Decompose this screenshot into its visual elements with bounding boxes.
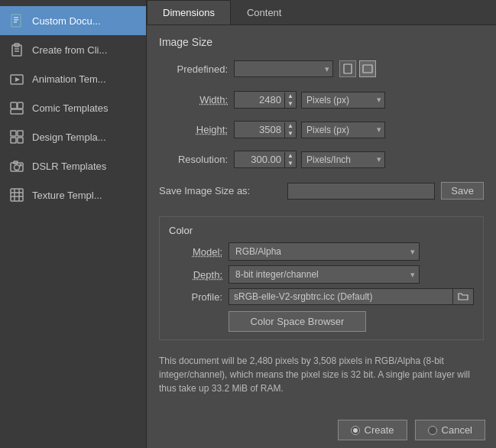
- height-unit-select[interactable]: Pixels (px) Inches Centimeters: [301, 122, 385, 138]
- resolution-input[interactable]: [235, 151, 284, 167]
- depth-select-wrap: 8-bit integer/channel 16-bit integer/cha…: [229, 265, 420, 284]
- tab-content[interactable]: Content: [231, 0, 298, 24]
- resolution-label: Resolution:: [159, 154, 228, 165]
- predefined-row: Predefined: ▾: [159, 60, 484, 77]
- main-panel: Dimensions Content Image Size Predefined…: [147, 0, 496, 448]
- model-select-wrap: RGB/Alpha CMYK Grayscale: [229, 242, 420, 261]
- create-label: Create: [365, 424, 394, 436]
- save-image-size-input[interactable]: [287, 183, 435, 200]
- svg-rect-26: [363, 65, 372, 73]
- height-input[interactable]: [235, 122, 284, 138]
- sidebar-item-custom-doc[interactable]: Custom Docu...: [0, 6, 146, 35]
- create-button[interactable]: Create: [338, 420, 407, 440]
- sidebar-item-animation[interactable]: Animation Tem...: [0, 64, 146, 93]
- svg-rect-9: [11, 102, 17, 109]
- aspect-icons: [339, 60, 376, 77]
- svg-rect-12: [11, 131, 16, 136]
- folder-button[interactable]: [452, 289, 473, 304]
- model-label: Model:: [169, 246, 222, 258]
- width-label: Width:: [159, 94, 228, 106]
- create-radio: [351, 426, 360, 435]
- depth-row: Depth: 8-bit integer/channel 16-bit inte…: [169, 265, 474, 284]
- model-row: Model: RGB/Alpha CMYK Grayscale: [169, 242, 474, 261]
- sidebar-item-dslr-label: DSLR Templates: [32, 161, 106, 172]
- design-icon: [8, 128, 26, 146]
- profile-row: Profile:: [169, 288, 474, 305]
- info-text: This document will be 2,480 pixels by 3,…: [159, 348, 484, 400]
- height-input-wrap: ▲ ▼: [234, 121, 297, 138]
- svg-rect-0: [11, 15, 21, 27]
- save-image-size-row: Save Image Size as: Save: [159, 182, 484, 200]
- landscape-aspect-icon[interactable]: [359, 60, 376, 77]
- svg-rect-25: [344, 64, 352, 73]
- height-label: Height:: [159, 124, 228, 135]
- width-up-btn[interactable]: ▲: [285, 93, 296, 100]
- sidebar-item-dslr[interactable]: DSLR Templates: [0, 151, 146, 180]
- width-row: Width: ▲ ▼ Pixels (px) Inches Centimeter…: [159, 91, 484, 109]
- save-image-size-label: Save Image Size as:: [159, 185, 281, 196]
- bottom-bar: Create Cancel: [147, 415, 496, 448]
- color-space-browser-button[interactable]: Color Space Browser: [229, 311, 366, 332]
- width-down-btn[interactable]: ▼: [285, 100, 296, 108]
- sidebar-item-texture[interactable]: Texture Templ...: [0, 180, 146, 209]
- width-unit-select[interactable]: Pixels (px) Inches Centimeters: [301, 92, 385, 109]
- width-input-wrap: ▲ ▼: [234, 91, 297, 109]
- sidebar-item-create-from-cli[interactable]: Create from Cli...: [0, 35, 146, 64]
- image-size-title: Image Size: [159, 36, 484, 48]
- save-button[interactable]: Save: [441, 182, 484, 200]
- svg-rect-13: [18, 131, 23, 136]
- clipboard-icon: [8, 41, 26, 59]
- dslr-icon: [8, 157, 26, 175]
- width-input[interactable]: [235, 92, 284, 108]
- sidebar-item-custom-doc-label: Custom Docu...: [32, 15, 101, 27]
- resolution-row: Resolution: ▲ ▼ Pixels/Inch Pixels/cm ▾: [159, 151, 484, 168]
- portrait-aspect-icon[interactable]: [339, 60, 356, 77]
- predefined-label: Predefined:: [159, 63, 228, 75]
- height-down-btn[interactable]: ▼: [285, 130, 296, 138]
- height-row: Height: ▲ ▼ Pixels (px) Inches Centimete…: [159, 121, 484, 138]
- resolution-unit-select[interactable]: Pixels/Inch Pixels/cm: [301, 151, 385, 168]
- svg-point-17: [15, 165, 20, 170]
- predefined-select[interactable]: [234, 60, 333, 77]
- tab-dimensions[interactable]: Dimensions: [147, 0, 231, 24]
- comic-icon: [8, 99, 26, 117]
- dimensions-content: Image Size Predefined: ▾: [147, 25, 496, 415]
- document-icon: [8, 11, 26, 30]
- height-up-btn[interactable]: ▲: [285, 122, 296, 130]
- profile-input-wrap: [229, 288, 474, 305]
- sidebar-item-animation-label: Animation Tem...: [32, 73, 106, 85]
- cancel-button[interactable]: Cancel: [415, 420, 485, 440]
- color-title: Color: [169, 225, 474, 236]
- resolution-spinner: ▲ ▼: [284, 152, 296, 167]
- texture-icon: [8, 186, 26, 204]
- sidebar-item-texture-label: Texture Templ...: [32, 190, 102, 201]
- animation-icon: [8, 70, 26, 88]
- svg-rect-14: [11, 138, 16, 143]
- color-section: Color Model: RGB/Alpha CMYK Grayscale De…: [159, 216, 484, 340]
- height-spinner: ▲ ▼: [284, 122, 296, 138]
- svg-rect-15: [18, 138, 23, 143]
- sidebar-item-design-label: Design Templa...: [32, 131, 106, 143]
- svg-point-19: [20, 164, 21, 166]
- resolution-input-wrap: ▲ ▼: [234, 151, 297, 168]
- cancel-label: Cancel: [442, 424, 472, 436]
- sidebar: Custom Docu... Create from Cli... Animat…: [0, 0, 147, 448]
- svg-rect-11: [11, 109, 23, 114]
- profile-input[interactable]: [229, 289, 452, 304]
- tab-bar: Dimensions Content: [147, 0, 496, 25]
- depth-label: Depth:: [169, 269, 222, 281]
- cancel-radio: [428, 426, 437, 435]
- svg-rect-20: [11, 189, 23, 201]
- resolution-down-btn[interactable]: ▼: [285, 160, 296, 167]
- width-spinner: ▲ ▼: [284, 93, 296, 108]
- svg-rect-10: [18, 102, 23, 109]
- sidebar-item-design[interactable]: Design Templa...: [0, 122, 146, 151]
- model-select[interactable]: RGB/Alpha CMYK Grayscale: [229, 242, 420, 261]
- sidebar-item-create-label: Create from Cli...: [32, 44, 107, 56]
- sidebar-item-comic[interactable]: Comic Templates: [0, 93, 146, 122]
- profile-label: Profile:: [169, 291, 222, 303]
- depth-select[interactable]: 8-bit integer/channel 16-bit integer/cha…: [229, 265, 420, 284]
- resolution-up-btn[interactable]: ▲: [285, 152, 296, 160]
- sidebar-item-comic-label: Comic Templates: [32, 102, 108, 114]
